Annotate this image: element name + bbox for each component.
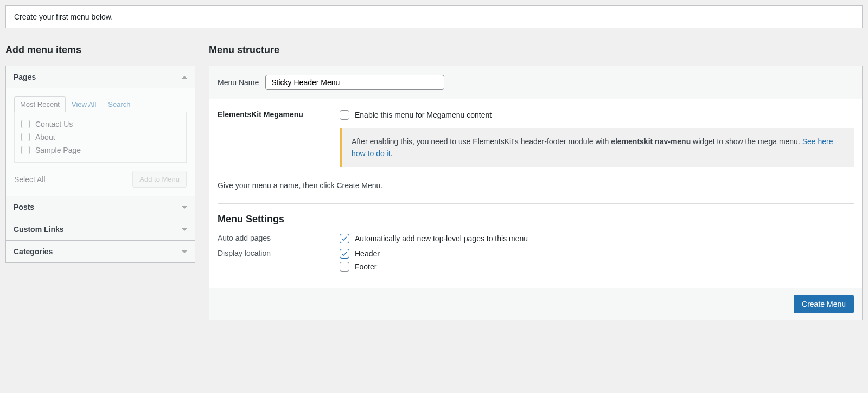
info-text-strong: elementskit nav-menu: [611, 137, 691, 146]
accordion-header-pages[interactable]: Pages: [6, 66, 195, 88]
megamenu-enable-checkbox[interactable]: [340, 110, 349, 120]
menu-box: Menu Name ElementsKit Megamenu Enable th…: [209, 66, 863, 320]
auto-add-pages-row: Auto add pages Automatically add new top…: [218, 234, 854, 243]
accordion-title-custom-links: Custom Links: [14, 225, 64, 234]
menu-name-input[interactable]: [265, 75, 444, 90]
auto-add-option[interactable]: Automatically add new top-level pages to…: [340, 234, 854, 243]
location-header-option[interactable]: Header: [340, 249, 854, 259]
megamenu-info-box: After enabling this, you need to use Ele…: [340, 128, 854, 167]
checkbox[interactable]: [21, 120, 30, 128]
info-text-pre: After enabling this, you need to use Ele…: [352, 137, 611, 146]
tab-most-recent[interactable]: Most Recent: [14, 96, 66, 112]
add-menu-items-heading: Add menu items: [5, 44, 195, 56]
pages-panel: Most Recent View All Search Contact Us A…: [6, 88, 195, 196]
check-icon: [341, 250, 348, 257]
menu-footer-bar: Create Menu: [209, 288, 862, 320]
megamenu-row: ElementsKit Megamenu Enable this menu fo…: [218, 110, 854, 167]
tab-search[interactable]: Search: [102, 96, 136, 112]
pages-list: Contact Us About Sample Page: [14, 112, 187, 163]
location-footer-checkbox[interactable]: [340, 262, 349, 272]
page-label: Sample Page: [35, 146, 81, 154]
location-footer-label: Footer: [355, 262, 376, 271]
display-location-label: Display location: [218, 249, 321, 257]
check-icon: [341, 235, 348, 242]
pages-panel-footer: Select All Add to Menu: [14, 171, 187, 188]
create-menu-button[interactable]: Create Menu: [794, 295, 854, 313]
chevron-down-icon: [182, 206, 187, 209]
page-label: About: [35, 133, 55, 141]
list-item[interactable]: Contact Us: [21, 118, 180, 131]
list-item[interactable]: Sample Page: [21, 144, 180, 157]
tab-view-all[interactable]: View All: [66, 96, 102, 112]
info-text-mid: widget to show the mega menu.: [691, 137, 802, 146]
accordion-header-posts[interactable]: Posts: [6, 196, 195, 218]
add-to-menu-button: Add to Menu: [132, 171, 187, 188]
auto-add-pages-label: Auto add pages: [218, 234, 321, 242]
divider: [218, 203, 854, 204]
list-item[interactable]: About: [21, 131, 180, 144]
accordion-header-categories[interactable]: Categories: [6, 240, 195, 262]
menu-body: ElementsKit Megamenu Enable this menu fo…: [209, 99, 862, 288]
accordion: Pages Most Recent View All Search Contac…: [5, 66, 195, 263]
chevron-up-icon: [182, 76, 187, 79]
pages-tabs: Most Recent View All Search: [14, 96, 187, 112]
location-header-checkbox[interactable]: [340, 249, 349, 259]
display-location-row: Display location Header Foot: [218, 249, 854, 272]
megamenu-enable-label: Enable this menu for Megamenu content: [355, 111, 492, 119]
checkbox[interactable]: [21, 146, 30, 154]
notice-text: Create your first menu below.: [14, 12, 113, 21]
location-header-label: Header: [355, 249, 380, 258]
auto-add-option-label: Automatically add new top-level pages to…: [355, 234, 528, 243]
accordion-title-posts: Posts: [14, 203, 34, 211]
accordion-header-custom-links[interactable]: Custom Links: [6, 218, 195, 240]
megamenu-enable-row: Enable this menu for Megamenu content: [340, 110, 854, 120]
menu-settings-heading: Menu Settings: [218, 214, 854, 225]
menu-structure-heading: Menu structure: [209, 44, 863, 56]
page-label: Contact Us: [35, 120, 73, 128]
checkbox[interactable]: [21, 133, 30, 141]
location-footer-option[interactable]: Footer: [340, 262, 854, 272]
select-all-link[interactable]: Select All: [14, 175, 46, 184]
chevron-down-icon: [182, 250, 187, 253]
accordion-title-categories: Categories: [14, 247, 53, 256]
accordion-title-pages: Pages: [14, 73, 36, 81]
notice-banner: Create your first menu below.: [5, 5, 863, 28]
menu-name-label: Menu Name: [218, 78, 259, 87]
create-menu-hint: Give your menu a name, then click Create…: [218, 181, 854, 190]
menu-structure-column: Menu structure Menu Name ElementsKit Meg…: [209, 44, 863, 320]
chevron-down-icon: [182, 228, 187, 231]
megamenu-label: ElementsKit Megamenu: [218, 110, 321, 167]
menu-header-bar: Menu Name: [209, 66, 862, 99]
auto-add-checkbox[interactable]: [340, 234, 349, 243]
add-menu-items-column: Add menu items Pages Most Recent View Al…: [5, 44, 195, 320]
